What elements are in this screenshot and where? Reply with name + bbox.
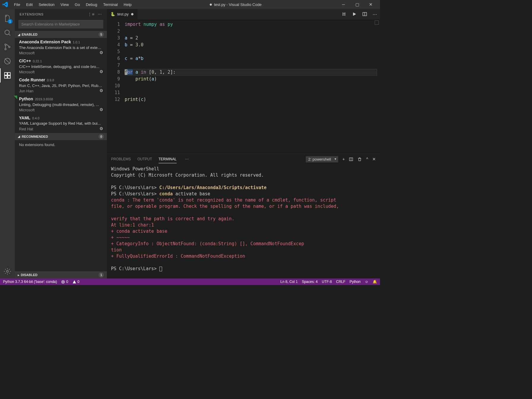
extension-item[interactable]: Anaconda Extension Pack1.0.1The Anaconda… — [15, 38, 107, 57]
ext-desc: Run C, C++, Java, JS, PHP, Python, Perl,… — [19, 83, 103, 88]
ext-publisher: Microsoft — [19, 50, 103, 56]
gear-icon[interactable]: ⚙ — [99, 107, 103, 113]
menu-debug[interactable]: Debug — [83, 1, 100, 8]
trash-icon[interactable] — [357, 157, 362, 162]
status-python[interactable]: Python 3.7.3 64-bit ('base': conda) — [3, 280, 57, 284]
menu-terminal[interactable]: Terminal — [100, 1, 120, 8]
explorer-icon[interactable]: 1 — [0, 11, 15, 26]
status-spaces[interactable]: Spaces: 4 — [302, 280, 318, 284]
split-terminal-icon[interactable] — [349, 157, 353, 162]
panel-more-icon[interactable]: ⋯ — [185, 157, 189, 161]
split-editor-icon[interactable] — [362, 12, 367, 17]
code-line[interactable]: c = a*b — [125, 55, 380, 62]
maximize-button[interactable]: ▢ — [350, 0, 364, 9]
code-line[interactable]: for a in [0, 1, 2]: — [125, 69, 380, 76]
close-panel-icon[interactable]: ✕ — [372, 157, 376, 162]
code-line[interactable]: print(c) — [125, 96, 380, 103]
extension-search — [18, 20, 103, 28]
extensions-icon[interactable] — [0, 68, 15, 83]
activity-badge: 1 — [8, 19, 12, 24]
scm-icon[interactable] — [0, 40, 15, 54]
gear-icon[interactable]: ⚙ — [99, 126, 103, 132]
menu-edit[interactable]: Edit — [23, 1, 35, 8]
maximize-panel-icon[interactable]: ^ — [366, 157, 368, 162]
code-line[interactable]: import numpy as py — [125, 21, 380, 28]
clear-icon[interactable]: ⋮≡ — [88, 12, 95, 17]
status-eol[interactable]: CRLF — [336, 280, 345, 284]
terminal-select[interactable]: 2: powershell — [306, 156, 338, 162]
run-icon[interactable] — [352, 12, 357, 17]
terminal-line: At line:1 char:1 — [111, 222, 376, 228]
terminal-line — [111, 210, 376, 216]
search-input[interactable] — [18, 20, 103, 28]
menu-selection[interactable]: Selection — [36, 1, 57, 8]
editor-actions: ⋯ — [338, 9, 380, 19]
terminal-line: file, or operable program. Check the spe… — [111, 203, 376, 210]
status-language[interactable]: Python — [349, 280, 360, 284]
debug-icon[interactable] — [0, 54, 15, 68]
status-warnings[interactable]: 0 — [72, 280, 80, 284]
svg-rect-8 — [8, 72, 10, 75]
settings-gear-icon[interactable] — [0, 264, 15, 278]
extension-item[interactable]: YAML0.4.0YAML Language Support by Red Ha… — [15, 114, 107, 133]
terminal-line: PS C:\Users\Lars> C:/Users/Lars/Anaconda… — [111, 185, 376, 191]
code-line[interactable]: print(a) — [125, 76, 380, 83]
compare-icon[interactable] — [341, 12, 346, 17]
code-body[interactable]: import numpy as py a = 2b = 3.0 c = a*b … — [125, 19, 380, 154]
vscode-logo-icon — [2, 1, 8, 7]
python-file-icon: 🐍 — [110, 12, 115, 16]
ext-publisher: Microsoft — [19, 107, 103, 113]
gear-icon[interactable]: ⚙ — [99, 50, 103, 56]
panel-tab-terminal[interactable]: TERMINAL — [159, 155, 177, 163]
code-line[interactable] — [125, 89, 380, 96]
status-ln-col[interactable]: Ln 8, Col 1 — [281, 280, 298, 284]
minimize-button[interactable]: ─ — [337, 0, 350, 9]
svg-point-1 — [5, 44, 6, 45]
code-line[interactable] — [125, 62, 380, 69]
code-line[interactable]: a = 2 — [125, 35, 380, 42]
panel-tabs: PROBLEMS OUTPUT TERMINAL ⋯ 2: powershell… — [107, 154, 380, 164]
close-button[interactable]: ✕ — [364, 0, 378, 9]
code-line[interactable]: b = 3.0 — [125, 42, 380, 48]
terminal-line: + conda activate base — [111, 228, 376, 235]
section-enabled[interactable]: ◢ ENABLED 5 — [15, 31, 107, 38]
status-encoding[interactable]: UTF-8 — [322, 280, 332, 284]
code-editor[interactable]: 123456789101112 import numpy as py a = 2… — [107, 19, 380, 154]
section-disabled[interactable]: ▸ DISABLED 1 — [15, 271, 107, 278]
search-icon[interactable] — [0, 26, 15, 40]
code-line[interactable] — [125, 28, 380, 35]
panel-tab-problems[interactable]: PROBLEMS — [111, 155, 131, 163]
ext-publisher: Jun Han — [19, 88, 103, 94]
extension-item[interactable]: C/C++0.22.1C/C++ IntelliSense, debugging… — [15, 57, 107, 76]
terminal-body[interactable]: Windows PowerShellCopyright (C) Microsof… — [107, 164, 380, 278]
ext-version: 1.0.1 — [73, 40, 80, 44]
code-line[interactable] — [125, 48, 380, 55]
ext-publisher: Red Hat — [19, 126, 103, 132]
more-icon[interactable]: ⋯ — [98, 12, 102, 17]
menu-help[interactable]: Help — [121, 1, 134, 8]
terminal-line — [111, 178, 376, 185]
tabs-bar: 🐍 test.py ● ⋯ — [107, 9, 380, 19]
code-line[interactable] — [125, 83, 380, 89]
extension-item[interactable]: Code Runner0.9.8Run C, C++, Java, JS, PH… — [15, 76, 107, 95]
panel-tab-output[interactable]: OUTPUT — [137, 155, 152, 163]
terminal-cursor — [159, 267, 162, 271]
gear-icon[interactable]: ⚙ — [99, 69, 103, 75]
gear-icon[interactable]: ⚙ — [99, 88, 103, 94]
status-errors[interactable]: 0 — [61, 280, 68, 284]
svg-rect-7 — [8, 76, 10, 78]
activity-bar: 1 — [0, 9, 15, 278]
notifications-bell-icon[interactable]: 🔔 — [373, 280, 377, 284]
line-gutter: 123456789101112 — [107, 19, 125, 154]
menu-view[interactable]: View — [58, 1, 72, 8]
ext-name: Code Runner — [19, 77, 45, 82]
section-recommended[interactable]: ◢ RECOMMENDED 0 — [15, 133, 107, 140]
ext-desc: YAML Language Support by Red Hat, with b… — [19, 121, 103, 126]
new-terminal-icon[interactable]: + — [342, 157, 345, 162]
extension-item[interactable]: Python2019.3.6558Linting, Debugging (mul… — [15, 95, 107, 114]
feedback-smile-icon[interactable]: ☺ — [365, 280, 368, 284]
menu-file[interactable]: File — [11, 1, 23, 8]
tab-test-py[interactable]: 🐍 test.py ● — [107, 9, 138, 19]
menu-go[interactable]: Go — [72, 1, 83, 8]
editor-more-icon[interactable]: ⋯ — [373, 12, 377, 17]
